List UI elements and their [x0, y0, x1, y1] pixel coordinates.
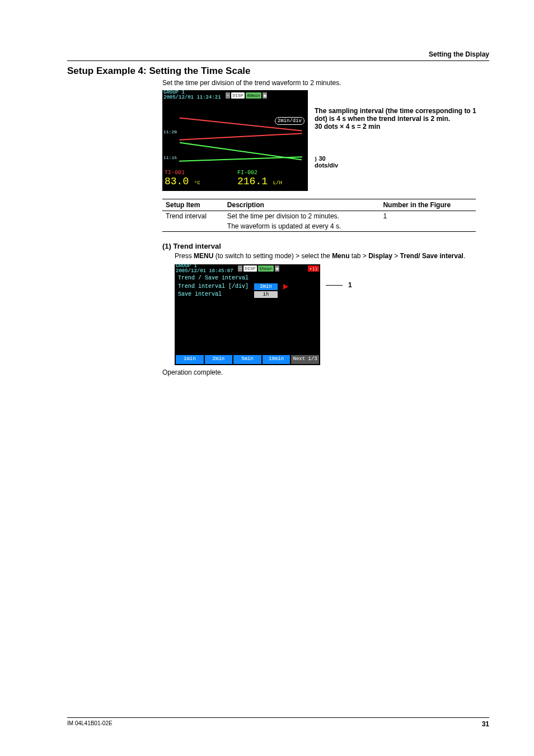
td-empty2 — [380, 221, 476, 232]
row2-value[interactable]: 1h — [254, 291, 278, 298]
disp-badge-2: DISP — [243, 265, 256, 272]
doc-id: IM 04L41B01-02E — [67, 720, 113, 728]
row1-value[interactable]: 2min — [254, 283, 278, 290]
ch2-unit: L/H — [273, 180, 282, 186]
timediv-bubble: 2min/div — [275, 117, 305, 125]
row1-label: Trend interval [/div] — [178, 283, 251, 290]
td-desc-1: Set the time per division to 2 minutes. — [224, 211, 380, 222]
setup-item-table: Setup Item Description Number in the Fig… — [162, 199, 476, 232]
softkey-10min[interactable]: 10min — [263, 355, 291, 364]
header-rule — [67, 60, 489, 61]
callout-number: 1 — [348, 281, 352, 289]
callout-leader — [326, 285, 343, 286]
sub-heading: (1) Trend interval — [162, 242, 489, 250]
dots-per-div-label: } 30 dots/div — [315, 155, 338, 169]
rate-badge: 49min — [246, 92, 261, 99]
td-desc-2: The waveform is updated at every 4 s. — [224, 221, 380, 232]
softkey-1min[interactable]: 1min — [176, 355, 204, 364]
ch2-name: FI-002 — [237, 170, 306, 176]
camera-icon: ◉ — [263, 92, 268, 99]
trend-screenshot: GROUP 1 2005/12/01 11:24:21 ~ DISP 49min… — [162, 90, 308, 191]
section-heading: Setup Example 4: Setting the Time Scale — [67, 66, 489, 77]
row2-label: Save interval — [178, 291, 251, 297]
camera-icon-2: ◉ — [275, 265, 280, 272]
th-number: Number in the Figure — [380, 199, 476, 211]
ch1-value: 83.0 — [165, 176, 189, 187]
pane-title: Trend / Save interval — [175, 273, 320, 283]
time-tick-1: 11:20 — [163, 129, 177, 134]
td-item: Trend interval — [162, 211, 224, 222]
sampling-note: The sampling interval (the time correspo… — [315, 107, 483, 130]
disp-badge: DISP — [231, 92, 244, 99]
td-num: 1 — [380, 211, 476, 222]
intro-text: Set the time per division of the trend w… — [162, 79, 489, 87]
th-description: Description — [224, 199, 380, 211]
fig1-timestamp: 2005/12/01 11:24:21 — [163, 95, 221, 100]
rate-badge-2: 1hour — [258, 265, 274, 272]
softkey-bar: 1min 2min 5min 10min Next 1/3 — [175, 355, 320, 365]
ch1-unit: °C — [194, 180, 200, 186]
sub-instruction: Press MENU (to switch to setting mode) >… — [175, 251, 489, 261]
running-head: Setting the Display — [67, 50, 489, 60]
td-empty — [162, 221, 224, 232]
arrow-icon — [283, 284, 288, 290]
wave-icon-2: ~ — [238, 265, 243, 272]
settings-screenshot: GROUP 1 2005/12/01 16:45:07 ~ DISP 1hour… — [175, 264, 320, 365]
softkey-2min[interactable]: 2min — [205, 355, 233, 364]
operation-complete: Operation complete. — [162, 368, 489, 376]
waveform-red-2 — [179, 133, 302, 141]
softkey-next[interactable]: Next 1/3 — [291, 355, 319, 364]
ch2-value: 216.1 — [237, 176, 268, 187]
softkey-5min[interactable]: 5min — [233, 355, 261, 364]
sound-icon: •)) — [308, 265, 319, 272]
page-number: 31 — [482, 720, 489, 728]
wave-icon: ~ — [226, 92, 231, 99]
th-setup-item: Setup Item — [162, 199, 224, 211]
fig2-timestamp: 2005/12/01 16:45:07 — [176, 268, 233, 274]
ch1-name: TI-001 — [165, 170, 233, 176]
waveform-green-2 — [179, 156, 302, 162]
time-tick-2: 11:15 — [163, 155, 177, 160]
